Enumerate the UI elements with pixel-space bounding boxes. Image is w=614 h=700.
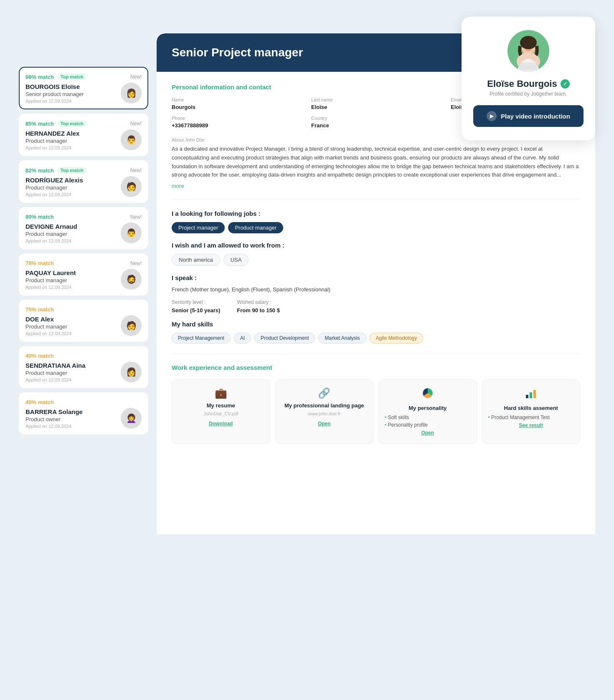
top-match-badge: Top match	[57, 167, 87, 174]
svg-rect-1	[526, 395, 528, 398]
lastname-label: Last name	[311, 97, 441, 102]
svg-rect-2	[530, 392, 532, 398]
divider-2	[172, 354, 580, 354]
candidate-role: Product manager	[25, 138, 121, 144]
new-badge: New!	[130, 121, 142, 126]
country-field: Country France	[311, 116, 441, 129]
name-field: Name Bourgois	[172, 97, 301, 111]
phone-label: Phone	[172, 116, 301, 121]
divider-1	[172, 200, 580, 200]
profile-name: Eloïse Bourgois ✓	[473, 78, 584, 89]
candidate-card-hernandez[interactable]: 85% matchTop matchNew!HERNANDEZ AlexProd…	[19, 114, 148, 156]
verified-icon: ✓	[561, 79, 570, 88]
assessment-bullet: Product Management Test	[488, 414, 574, 421]
candidate-role: Product manager	[25, 277, 121, 283]
work-exp-section: Work experience and assessment 💼My resum…	[172, 364, 580, 444]
hard-skills-section: My hard skills Project ManagementAIProdu…	[172, 321, 580, 344]
assessment-card-2: My personalitySoft skillsPersonality pro…	[378, 379, 477, 444]
candidate-role: Product manager	[25, 370, 121, 376]
candidate-role: Product manager	[25, 231, 121, 237]
assessment-title: My personality	[385, 405, 471, 411]
card-body: SENDRATIANA AinaProduct managerApplied o…	[25, 361, 142, 382]
salary-item: Wished salary : From 90 to 150 $	[237, 299, 280, 314]
speaks-title: I speak :	[172, 274, 580, 281]
new-badge: New!	[130, 74, 142, 80]
salary-label: Wished salary :	[237, 299, 280, 305]
assessment-title: My professionnal landing page	[282, 402, 368, 409]
skill-tags: Project ManagementAIProduct DevelopmentM…	[172, 333, 580, 344]
looking-section: I a looking for following jobs : Project…	[172, 210, 580, 233]
profile-certified: Profile certified by Jobgether team.	[473, 91, 584, 97]
new-badge: New!	[130, 167, 142, 173]
speaks-value: French (Mother tongue), English (Fluent)…	[172, 286, 580, 293]
match-pct: 75% match	[25, 306, 54, 313]
assessment-card-3: Hard skills assementProduct Management T…	[482, 379, 581, 444]
assessment-bullets: Product Management Test	[488, 414, 574, 421]
candidate-card-bourgois[interactable]: 98% matchTop matchNew!BOURGOIS EloïseSen…	[19, 67, 148, 109]
more-link[interactable]: more	[172, 183, 184, 189]
applied-date: Applied on 12.09.2024	[25, 145, 121, 150]
assessment-action[interactable]: Open	[421, 430, 434, 436]
match-pct: 80% match	[25, 214, 54, 220]
assessment-bullets: Soft skillsPersonality profile	[385, 414, 471, 429]
candidate-name: BOURGOIS Eloïse	[25, 83, 121, 90]
skill-tag: Project Management	[172, 333, 231, 344]
candidate-name: DOE Alex	[25, 316, 121, 323]
candidate-avatar: 👩	[121, 361, 142, 382]
play-video-button[interactable]: ▶ Play video introduction	[473, 105, 584, 127]
assessment-cards: 💼My resumeJohnDoe_CV.pdfDownload🔗My prof…	[172, 379, 580, 444]
looking-title: I a looking for following jobs :	[172, 210, 580, 217]
assessment-action[interactable]: Open	[318, 421, 331, 427]
assessment-sub: www.john.doe.fr	[282, 411, 368, 416]
assessment-action[interactable]: See result	[519, 422, 543, 428]
candidate-name: SENDRATIANA Aina	[25, 362, 121, 369]
candidate-avatar: 🧑	[121, 176, 142, 197]
seniority-item: Seniority level : Senior (5-10 years)	[172, 299, 220, 314]
assessment-card-0: 💼My resumeJohnDoe_CV.pdfDownload	[172, 379, 270, 444]
applied-date: Applied on 12.09.2024	[25, 285, 121, 290]
candidate-name: BARRERA Solange	[25, 408, 121, 415]
play-icon: ▶	[487, 111, 497, 121]
assessment-bullet: Soft skills	[385, 414, 471, 421]
applied-date: Applied on 12.09.2024	[25, 192, 121, 197]
name-value: Bourgois	[172, 104, 195, 110]
candidate-card-paquay[interactable]: 78% matchNew!PAQUAY LaurentProduct manag…	[19, 253, 148, 296]
candidate-role: Product owner	[25, 416, 121, 422]
assessment-bullet: Personality profile	[385, 421, 471, 429]
candidate-role: Product manager	[25, 184, 121, 191]
location-tags: North americaUSA	[172, 254, 580, 266]
candidate-card-sendratiana[interactable]: 40% matchSENDRATIANA AinaProduct manager…	[19, 346, 148, 388]
candidate-role: Senior product manager	[25, 91, 121, 97]
candidate-name: RODRÍGUEZ Alexis	[25, 177, 121, 184]
match-pct: 40% match	[25, 353, 54, 359]
card-body: BOURGOIS EloïseSenior product managerApp…	[25, 83, 142, 104]
assessment-icon	[385, 387, 471, 402]
new-badge: New!	[130, 260, 142, 266]
candidate-card-rodriguez[interactable]: 82% matchTop matchNew!RODRÍGUEZ AlexisPr…	[19, 160, 148, 203]
lastname-value: Eloïse	[311, 104, 327, 110]
job-tag: Project manager	[172, 222, 225, 233]
seniority-label: Seniority level :	[172, 299, 220, 305]
candidate-card-barrera[interactable]: 40% matchBARRERA SolangeProduct ownerApp…	[19, 392, 148, 435]
profile-card: Eloïse Bourgois ✓ Profile certified by J…	[462, 17, 595, 140]
assessment-icon: 💼	[178, 387, 264, 399]
candidate-role: Product manager	[25, 323, 121, 330]
applied-date: Applied on 12.09.2024	[25, 99, 121, 104]
candidate-card-doe[interactable]: 75% matchDOE AlexProduct managerApplied …	[19, 300, 148, 342]
svg-point-10	[530, 45, 533, 48]
speaks-section: I speak : French (Mother tongue), Englis…	[172, 274, 580, 293]
top-match-badge: Top match	[57, 73, 87, 80]
country-value: France	[311, 122, 329, 129]
candidate-avatar: 👩	[121, 83, 142, 104]
assessment-sub: JohnDoe_CV.pdf	[178, 411, 264, 416]
candidate-avatar: 🧔	[121, 269, 142, 290]
assessment-card-1: 🔗My professionnal landing pagewww.john.d…	[275, 379, 374, 444]
match-pct: 85% match	[25, 121, 54, 127]
candidate-card-devigne[interactable]: 80% matchNew!DEVIGNE ArnaudProduct manag…	[19, 207, 148, 249]
assessment-title: Hard skills assement	[488, 405, 574, 411]
assessment-action[interactable]: Download	[209, 421, 233, 427]
job-tags: Project managerProduct manager	[172, 222, 580, 233]
skill-tag: Market Analysis	[318, 333, 366, 344]
candidate-avatar: 🧑	[121, 315, 142, 336]
svg-point-8	[520, 36, 537, 49]
